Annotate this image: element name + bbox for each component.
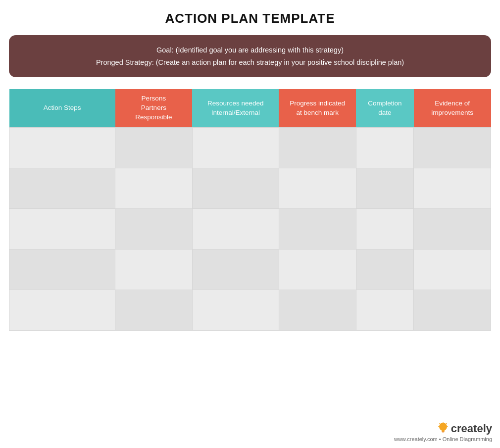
cell [356, 249, 414, 290]
cell [9, 290, 115, 330]
table-row [9, 127, 491, 168]
cell [9, 127, 115, 168]
cell [279, 249, 356, 290]
table-row [9, 249, 491, 290]
cell [115, 290, 193, 330]
cell [414, 208, 491, 249]
cell [279, 127, 356, 168]
col-header-evidence: Evidence ofimprovements [414, 89, 491, 127]
cell [279, 290, 356, 330]
cell [414, 127, 491, 168]
table-row [9, 168, 491, 208]
branding: creately www.creately.com • Online Diagr… [394, 422, 492, 442]
svg-rect-2 [442, 432, 444, 433]
cell [9, 168, 115, 208]
cell [279, 168, 356, 208]
col-header-completion: Completiondate [356, 89, 414, 127]
table-wrapper: Action Steps PersonsPartnersResponsible … [9, 89, 491, 331]
cell [414, 249, 491, 290]
cell [414, 290, 491, 330]
col-header-persons: PersonsPartnersResponsible [115, 89, 193, 127]
cell [279, 208, 356, 249]
svg-line-5 [446, 423, 447, 424]
cell [356, 290, 414, 330]
cell [192, 127, 279, 168]
table-row [9, 290, 491, 330]
cell [356, 127, 414, 168]
cell [115, 249, 193, 290]
bulb-icon [438, 422, 448, 436]
cell [356, 168, 414, 208]
page-title: ACTION PLAN TEMPLATE [0, 0, 500, 35]
cell [115, 208, 193, 249]
cell [9, 249, 115, 290]
table-row [9, 208, 491, 249]
cell [192, 249, 279, 290]
cell [115, 127, 193, 168]
cell [115, 168, 193, 208]
goal-banner: Goal: (Identified goal you are addressin… [9, 35, 491, 77]
cell [9, 208, 115, 249]
cell [192, 290, 279, 330]
col-header-resources: Resources neededInternal/External [192, 89, 279, 127]
svg-point-0 [439, 423, 447, 431]
goal-line2: Pronged Strategy: (Create an action plan… [24, 56, 476, 69]
branding-name: creately [451, 422, 492, 435]
cell [192, 168, 279, 208]
branding-url: www.creately.com • Online Diagramming [394, 436, 492, 442]
cell [356, 208, 414, 249]
svg-line-4 [439, 423, 440, 424]
page: ACTION PLAN TEMPLATE Goal: (Identified g… [0, 0, 500, 448]
goal-line1: Goal: (Identified goal you are addressin… [24, 44, 476, 56]
cell [192, 208, 279, 249]
col-header-progress: Progress indicatedat bench mark [279, 89, 356, 127]
cell [414, 168, 491, 208]
col-header-action-steps: Action Steps [9, 89, 115, 127]
branding-logo: creately [394, 422, 492, 436]
action-plan-table: Action Steps PersonsPartnersResponsible … [9, 89, 491, 331]
table-header-row: Action Steps PersonsPartnersResponsible … [9, 89, 491, 127]
